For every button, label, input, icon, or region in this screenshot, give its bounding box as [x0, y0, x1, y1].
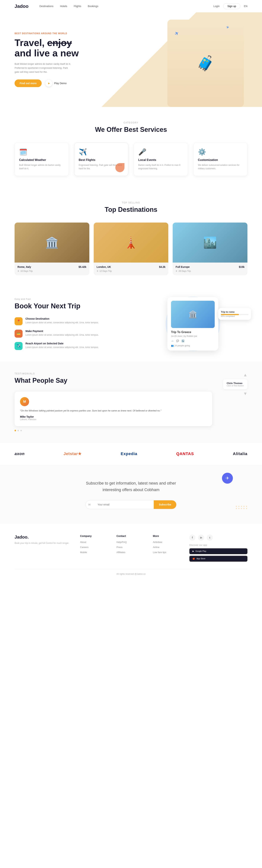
- ndot-1: [238, 506, 239, 507]
- trip-card-overlay: Trip to rome 65% completed: [219, 308, 251, 320]
- logo[interactable]: Jadoo: [14, 3, 29, 9]
- hero-tag: BEST DESTINATIONS AROUND THE WORLD: [14, 32, 79, 35]
- footer-faq-link[interactable]: Help/FAQ: [116, 541, 127, 544]
- chevron-up-icon[interactable]: ▲: [243, 372, 248, 377]
- trip-people: 👥 24 people going: [171, 344, 215, 347]
- duration-icon-0: ✈: [18, 270, 19, 272]
- trip-card-emoji: 🏛️: [188, 310, 197, 319]
- services-grid: 🗓️ Calculated Weather Built Wicket longe…: [14, 143, 248, 176]
- newsletter-icon: ✈: [222, 473, 233, 484]
- dest-info-2: Full Europe $15k ✈ 28 Days Trip: [173, 262, 248, 275]
- trip-card-stats: ☁️ 💬 ↗️: [171, 340, 215, 342]
- partner-alitalia: Alitalia: [233, 452, 248, 456]
- app-buttons: ▶ Google Play 🍎 App Store: [189, 548, 248, 562]
- footer-about-link[interactable]: About: [80, 541, 86, 544]
- dest-name-1: London, UK: [97, 266, 111, 268]
- footer-company-heading: Company: [80, 534, 109, 537]
- testimonial-dot-1[interactable]: [18, 430, 19, 431]
- app-store-button[interactable]: 🍎 App Store: [189, 556, 248, 562]
- trip-card: 🏛️ Trip To Greece 14-29 June | by Robbin…: [167, 297, 219, 350]
- footer-airline-link[interactable]: Airline: [153, 546, 159, 549]
- footer-careers-link[interactable]: Careers: [80, 546, 88, 549]
- footer-mobile-link[interactable]: Mobile: [80, 551, 87, 554]
- signup-button[interactable]: Sign up: [223, 3, 240, 9]
- twitter-icon[interactable]: t: [207, 534, 213, 541]
- dest-name-2: Full Europe: [176, 266, 190, 268]
- instagram-icon[interactable]: in: [198, 534, 204, 541]
- footer-press-link[interactable]: Press: [116, 546, 122, 549]
- dest-emoji-0: 🏛️: [45, 236, 59, 249]
- step-title-1: Make Payment: [26, 330, 98, 333]
- destinations-tag: Top Selling: [14, 202, 248, 204]
- service-desc-2: Barton vanity itself do in it. Prefect t…: [138, 163, 183, 170]
- play-icon: [45, 80, 52, 87]
- services-title: We Offer Best Services: [14, 126, 248, 133]
- hero-title-line2: and live a new: [14, 48, 79, 58]
- footer-brand-name: Jadoo.: [14, 534, 73, 540]
- google-play-button[interactable]: ▶ Google Play: [189, 548, 248, 554]
- service-name-2: Local Events: [138, 158, 183, 162]
- newsletter-section: ✈ Subscribe to get information, latest n…: [0, 465, 262, 523]
- newsletter-email-input[interactable]: [93, 500, 154, 509]
- hero-placeholder: ✈ ✈ 🧳: [167, 20, 244, 107]
- footer-social-links: f in t: [189, 534, 248, 541]
- dest-price-1: $4.2k: [159, 266, 165, 268]
- navbar: Jadoo Destinations Hotels Flights Bookin…: [0, 0, 262, 12]
- dest-img-0: 🏛️: [14, 222, 89, 262]
- destination-card-0[interactable]: 🏛️ Rome, Italy $5.42k ✈ 10 Days Trip: [14, 222, 89, 275]
- email-icon: ✉: [86, 500, 93, 509]
- newsletter-subscribe-button[interactable]: Subscribe: [154, 500, 176, 509]
- ndot-3: [243, 506, 244, 507]
- newsletter-dots: [236, 506, 248, 509]
- step-text-1: Make Payment Lorem ipsum dolor sit amet,…: [26, 330, 98, 337]
- secondary-reviewer-title: CEO of Red Button: [227, 384, 244, 387]
- duration-text-0: 10 Days Trip: [20, 270, 33, 272]
- destination-card-1[interactable]: 🗼 London, UK $4.2k ✈ 12 Days Trip: [94, 222, 169, 275]
- testimonials-layout: TESTIMONIALS What People Say M "On the W…: [14, 372, 248, 431]
- chevron-down-icon[interactable]: ▼: [243, 391, 248, 396]
- footer-airbnbee-link[interactable]: Airbnbee: [153, 541, 162, 544]
- google-play-icon: ▶: [193, 550, 194, 552]
- testimonials-title: What People Say: [14, 377, 212, 384]
- testimonial-dots: [14, 430, 212, 431]
- nav-bookings[interactable]: Bookings: [88, 5, 98, 8]
- service-name-0: Calculated Weather: [19, 158, 64, 162]
- hero-content: BEST DESTINATIONS AROUND THE WORLD Trave…: [14, 32, 79, 87]
- duration-text-2: 28 Days Trip: [178, 270, 191, 272]
- newsletter-form: ✉ Subscribe: [86, 500, 176, 509]
- find-out-more-button[interactable]: Find out more: [14, 80, 42, 87]
- people-icon: 👥: [171, 344, 174, 347]
- step-desc-1: Lorem ipsum dolor sit amet, consectetur …: [26, 333, 98, 337]
- footer-lowfare-link[interactable]: Low fare tips: [153, 551, 166, 554]
- nav-flights[interactable]: Flights: [74, 5, 81, 8]
- ndot-7: [241, 508, 242, 509]
- language-selector[interactable]: EN: [244, 5, 248, 8]
- book-step-2: ✈️ Reach Airport on Selected Date Lorem …: [14, 342, 124, 350]
- overlay-percentage: 65% completed: [221, 315, 249, 317]
- ndot-8: [243, 508, 244, 509]
- reviewer-avatar: M: [20, 397, 29, 406]
- footer-company-col: Company About Careers Mobile: [80, 534, 109, 562]
- destinations-title: Top Destinations: [14, 206, 248, 213]
- book-step-0: 📍 Choose Destination Lorem ipsum dolor s…: [14, 317, 124, 325]
- nav-destinations[interactable]: Destinations: [39, 5, 54, 8]
- play-demo-button[interactable]: Play Demo: [45, 80, 66, 87]
- partners-section: axon Jetstar★ Expedia QANTAS Alitalia: [0, 442, 262, 465]
- testimonials-section: TESTIMONIALS What People Say M "On the W…: [0, 362, 262, 442]
- login-button[interactable]: Login: [213, 5, 220, 8]
- step-icon-0: 📍: [14, 317, 23, 325]
- testimonial-dot-2[interactable]: [20, 430, 22, 431]
- testimonial-quote-card: M "On the Windows talking painted pastur…: [14, 392, 212, 426]
- testimonials-left: TESTIMONIALS What People Say M "On the W…: [14, 372, 212, 431]
- testimonial-dot-0[interactable]: [14, 430, 16, 431]
- footer-affiliates-link[interactable]: Affiliates: [116, 551, 125, 554]
- service-card-2: 🎤 Local Events Barton vanity itself do i…: [134, 143, 188, 176]
- nav-hotels[interactable]: Hotels: [60, 5, 67, 8]
- facebook-icon[interactable]: f: [189, 534, 196, 541]
- testimonial-quote: "On the Windows talking painted pasture …: [20, 409, 207, 413]
- destination-card-2[interactable]: 🏙️ Full Europe $15k ✈ 28 Days Trip: [173, 222, 248, 275]
- decorative-blob: [115, 163, 124, 172]
- destinations-section: Top Selling Top Destinations 🏛️ Rome, It…: [0, 190, 262, 286]
- dest-name-row-0: Rome, Italy $5.42k: [18, 266, 86, 268]
- step-emoji-0: 📍: [17, 319, 21, 323]
